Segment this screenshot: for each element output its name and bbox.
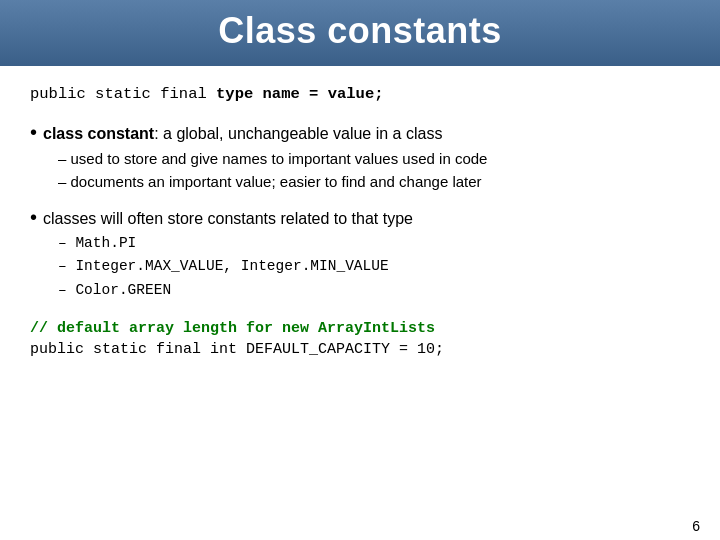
bullet-2-text: classes will often store constants relat… [43, 210, 413, 228]
bullet-section-2: • classes will often store constants rel… [30, 207, 690, 302]
code-value: value [328, 85, 375, 103]
code-block-2: Math.PI Integer.MAX_VALUE, Integer.MIN_V… [58, 232, 690, 302]
bullet-dot-1: • [30, 122, 37, 142]
bullet-dot-2: • [30, 207, 37, 227]
bullet-1-term: class constant [43, 125, 154, 142]
sub-bullet-1-2: documents an important value; easier to … [58, 170, 690, 193]
code-name-eq: name = [253, 85, 327, 103]
code-item-3: Color.GREEN [58, 279, 690, 302]
sub-bullet-1-1: used to store and give names to importan… [58, 147, 690, 170]
bullet-1-main: • class constant: a global, unchangeable… [30, 122, 690, 143]
code-suffix: ; [374, 85, 383, 103]
code-prefix: public static final [30, 85, 216, 103]
final-code-line: public static final int DEFAULT_CAPACITY… [30, 339, 690, 360]
slide-content: public static final type name = value; •… [0, 66, 720, 514]
comment-line: // default array length for new ArrayInt… [30, 320, 690, 337]
slide: Class constants public static final type… [0, 0, 720, 540]
bullet-section-1: • class constant: a global, unchangeable… [30, 122, 690, 194]
code-item-2: Integer.MAX_VALUE, Integer.MIN_VALUE [58, 255, 690, 278]
code-item-1: Math.PI [58, 232, 690, 255]
code-type: type [216, 85, 253, 103]
bullet-2-main: • classes will often store constants rel… [30, 207, 690, 228]
title-bar: Class constants [0, 0, 720, 66]
bullet-1-desc: : a global, unchangeable value in a clas… [154, 125, 442, 142]
page-number: 6 [0, 514, 720, 540]
code-signature-line: public static final type name = value; [30, 84, 690, 106]
slide-title: Class constants [218, 10, 502, 51]
bullet-1-text: class constant: a global, unchangeable v… [43, 125, 442, 143]
